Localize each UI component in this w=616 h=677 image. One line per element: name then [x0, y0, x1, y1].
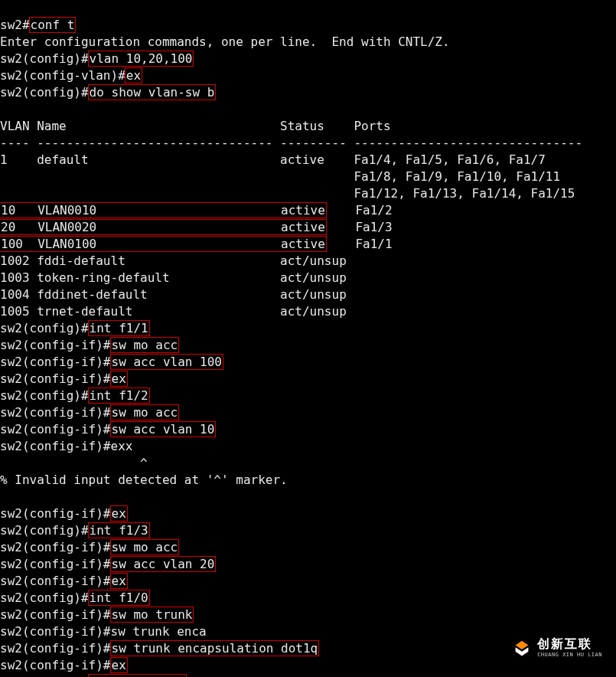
cmd-ex: ex: [110, 371, 128, 387]
vlan-id: 1002: [0, 253, 30, 268]
prompt-config-if: sw2(config-if)#: [0, 422, 111, 437]
watermark-logo: 创新互联 CHUANG XIN HU LIAN: [511, 639, 602, 660]
prompt-config-if: sw2(config-if)#: [0, 439, 111, 453]
vlan-ports: Fa1/4, Fa1/5, Fa1/6, Fa1/7: [354, 152, 545, 167]
hdr-status: Status: [280, 119, 324, 133]
vlan-name: fddi-default: [37, 253, 125, 268]
cmd-sw-acc-vlan-100: sw acc vlan 100: [110, 354, 224, 370]
prompt: sw2#: [0, 18, 30, 32]
prompt-config: sw2(config)#: [0, 51, 89, 66]
vlan-id: 1: [0, 152, 8, 167]
sep: -------------------------------: [354, 136, 582, 150]
logo-text-cn: 创新互联: [537, 639, 602, 649]
cmd-sw-trunk-enca: sw trunk enca: [111, 624, 207, 639]
vlan-row-100: 100 VLAN0100 active: [0, 236, 327, 252]
cmd-do-show: do show vlan-sw b: [88, 84, 217, 100]
prompt-config-if: sw2(config-if)#: [0, 371, 111, 386]
hdr-name: Name: [37, 119, 67, 133]
vlan-name: default: [37, 152, 88, 167]
logo-text-en: CHUANG XIN HU LIAN: [537, 649, 602, 660]
cmd-ex: ex: [110, 505, 128, 522]
prompt-config-if: sw2(config-if)#: [0, 658, 111, 672]
cmd-sw-mo-acc: sw mo acc: [110, 539, 180, 555]
vlan-row-20: 20 VLAN0020 active: [0, 219, 327, 235]
vlan-id: 1004: [0, 287, 30, 302]
cmd-sw-trunk-encap-dot1q: sw trunk encapsulation dot1q: [110, 640, 320, 656]
prompt-config-if: sw2(config-if)#: [0, 607, 111, 622]
cmd-sw-acc-vlan-20: sw acc vlan 20: [110, 556, 217, 572]
sep: --------------------------------: [37, 136, 272, 150]
cmd-ex: ex: [125, 67, 142, 83]
vlan-status: act/unsup: [280, 304, 347, 319]
prompt-config: sw2(config)#: [0, 388, 89, 403]
vlan-ports: Fa1/1: [355, 237, 392, 251]
msg-invalid: % Invalid input detected at '^' marker.: [0, 473, 288, 487]
hdr-vlan: VLAN: [0, 119, 30, 133]
cmd-ex: ex: [110, 657, 128, 673]
vlan-status: act/unsup: [280, 253, 347, 268]
vlan-status: act/unsup: [280, 270, 347, 285]
prompt-config-if: sw2(config-if)#: [0, 624, 111, 639]
terminal-output: sw2#conf t Enter configuration commands,…: [0, 0, 616, 677]
sep: ----: [0, 136, 30, 150]
cmd-int-f10: int f1/0: [88, 590, 150, 606]
prompt-config-if: sw2(config-if)#: [0, 557, 111, 571]
logo-icon: [511, 639, 533, 660]
cmd-conf-t: conf t: [29, 17, 77, 33]
prompt-config: sw2(config)#: [0, 321, 89, 335]
msg-enter-conf: Enter configuration commands, one per li…: [0, 34, 450, 49]
cmd-int-f13: int f1/3: [88, 522, 150, 538]
vlan-ports: Fa1/8, Fa1/9, Fa1/10, Fa1/11: [354, 169, 560, 184]
cmd-sw-acc-vlan-10: sw acc vlan 10: [110, 421, 217, 437]
cmd-int-f11: int f1/1: [88, 320, 150, 336]
sep: ---------: [280, 136, 347, 150]
vlan-status: active: [280, 152, 324, 167]
prompt-config-if: sw2(config-if)#: [0, 338, 111, 352]
vlan-row-10: 10 VLAN0010 active: [0, 202, 327, 218]
vlan-name: token-ring-default: [37, 270, 169, 285]
prompt-config: sw2(config)#: [0, 85, 89, 100]
vlan-ports: Fa1/3: [355, 220, 392, 234]
vlan-name: trnet-default: [37, 304, 132, 319]
prompt-config-if: sw2(config-if)#: [0, 540, 111, 554]
prompt-config: sw2(config)#: [0, 523, 89, 538]
cmd-ex: ex: [110, 573, 128, 589]
vlan-status: act/unsup: [280, 287, 347, 302]
hdr-ports: Ports: [354, 119, 390, 133]
vlan-id: 1003: [0, 270, 30, 285]
prompt-config-if: sw2(config-if)#: [0, 405, 111, 420]
vlan-ports: Fa1/2: [355, 203, 392, 217]
vlan-ports: Fa1/12, Fa1/13, Fa1/14, Fa1/15: [354, 186, 575, 201]
prompt-config-if: sw2(config-if)#: [0, 506, 111, 521]
prompt-config-vlan: sw2(config-vlan)#: [0, 68, 125, 83]
cmd-vlan-create: vlan 10,20,100: [88, 51, 194, 67]
prompt-config-if: sw2(config-if)#: [0, 574, 111, 588]
caret-marker: ^: [0, 456, 148, 470]
cmd-no-ip-routing: no ip routing: [88, 674, 187, 677]
prompt-config-if: sw2(config-if)#: [0, 355, 111, 369]
cmd-sw-mo-trunk: sw mo trunk: [110, 607, 194, 623]
vlan-name: fddinet-default: [37, 287, 148, 302]
prompt-config-if: sw2(config-if)#: [0, 641, 111, 656]
cmd-sw-mo-acc: sw mo acc: [110, 404, 180, 420]
cmd-sw-mo-acc: sw mo acc: [110, 337, 180, 353]
vlan-id: 1005: [0, 304, 30, 319]
cmd-exx: exx: [111, 439, 133, 453]
prompt-config: sw2(config)#: [0, 590, 89, 605]
cmd-int-f12: int f1/2: [88, 388, 150, 404]
